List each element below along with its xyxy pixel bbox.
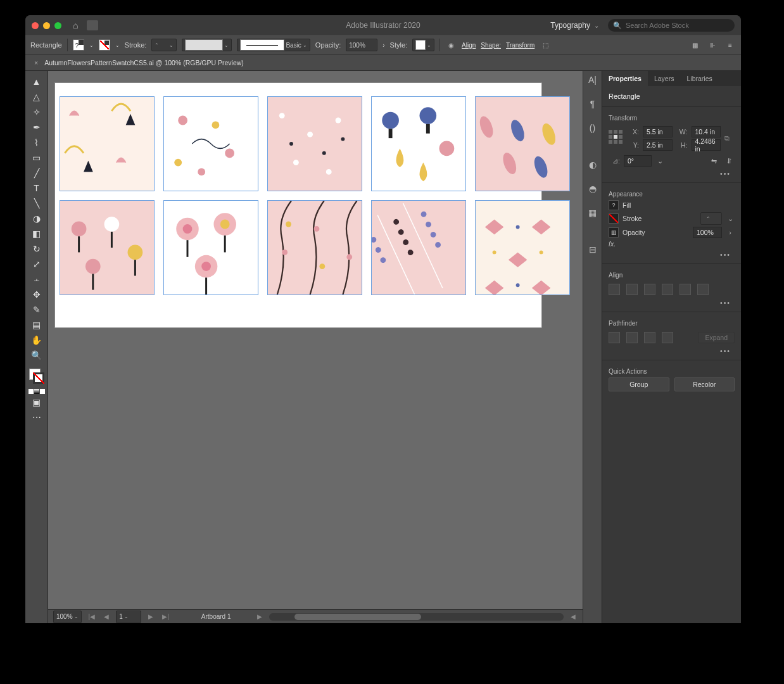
- fill-swatch-panel[interactable]: ?: [609, 200, 619, 210]
- h-input[interactable]: 4.2486 in: [692, 139, 721, 151]
- align-left-icon[interactable]: [609, 284, 620, 295]
- reference-point[interactable]: [609, 124, 624, 149]
- stroke-weight[interactable]: ⌃⌄: [151, 39, 177, 51]
- rotate-tool[interactable]: ↻: [28, 242, 46, 256]
- scroll-right[interactable]: ◀: [569, 613, 578, 620]
- recolor-button[interactable]: Recolor: [674, 377, 735, 391]
- zoom-level[interactable]: 100%⌄: [53, 611, 82, 623]
- align-to-artboard-icon[interactable]: ▦: [689, 39, 700, 51]
- angle-dropdown[interactable]: ⌄: [655, 157, 664, 165]
- pattern-swatch-8[interactable]: [267, 200, 362, 295]
- paragraph-panel-icon[interactable]: ¶: [586, 98, 599, 110]
- home-icon[interactable]: ⌂: [73, 20, 78, 30]
- pattern-swatch-4[interactable]: [371, 96, 466, 191]
- stroke-profile[interactable]: ⌄: [182, 39, 232, 51]
- maximize-window[interactable]: [54, 22, 61, 29]
- glyphs-panel-icon[interactable]: (): [586, 122, 599, 134]
- stroke-swatch-panel[interactable]: [609, 213, 619, 224]
- eraser-tool[interactable]: ◧: [28, 227, 46, 241]
- pattern-swatch-5[interactable]: [475, 96, 570, 191]
- prev-artboard[interactable]: ◀: [102, 613, 111, 620]
- fill-dropdown[interactable]: ⌄: [89, 42, 94, 48]
- eyedropper-tool[interactable]: ✎: [28, 303, 46, 317]
- align-more[interactable]: •••: [609, 298, 735, 308]
- rectangle-tool[interactable]: ▭: [28, 151, 46, 165]
- last-artboard[interactable]: ▶|: [160, 613, 171, 620]
- x-input[interactable]: 5.5 in: [643, 126, 673, 137]
- stroke-color[interactable]: [33, 372, 44, 384]
- distribute-icon[interactable]: ⊪: [707, 39, 718, 51]
- fx-label[interactable]: fx.: [609, 240, 616, 248]
- align-hcenter-icon[interactable]: [626, 284, 638, 295]
- isolate-icon[interactable]: ⬚: [540, 39, 551, 51]
- horizontal-scrollbar[interactable]: [269, 613, 564, 621]
- hand-tool[interactable]: ✋: [28, 333, 46, 347]
- gradient-tool[interactable]: ▤: [28, 318, 46, 332]
- color-guide-panel-icon[interactable]: ◓: [586, 182, 599, 195]
- shape-builder-tool[interactable]: ◑: [28, 212, 46, 225]
- flip-vertical-icon[interactable]: ⥯: [723, 155, 735, 167]
- stroke-dropdown[interactable]: ⌄: [115, 42, 120, 48]
- opacity-swatch[interactable]: ▥: [609, 227, 619, 238]
- scroll-left[interactable]: ▶: [255, 613, 264, 620]
- angle-input[interactable]: 0°: [624, 155, 652, 167]
- paintbrush-tool[interactable]: ╱: [28, 166, 46, 180]
- pattern-swatch-2[interactable]: [163, 96, 258, 191]
- magic-wand-tool[interactable]: ✧: [28, 105, 46, 119]
- scale-tool[interactable]: ⤢: [28, 257, 46, 271]
- zoom-tool[interactable]: 🔍: [28, 348, 46, 362]
- selection-tool[interactable]: ▲: [28, 75, 46, 89]
- swatches-panel-icon[interactable]: ▦: [586, 206, 599, 219]
- type-tool[interactable]: T: [28, 181, 46, 195]
- pathfinder-more[interactable]: •••: [609, 346, 735, 356]
- close-window[interactable]: [32, 22, 39, 29]
- y-input[interactable]: 2.5 in: [643, 139, 673, 151]
- constrain-proportions-icon[interactable]: ⧉: [724, 124, 735, 153]
- minimize-window[interactable]: [43, 22, 50, 29]
- recolor-icon[interactable]: ◉: [445, 39, 457, 51]
- exclude-icon[interactable]: [662, 332, 673, 343]
- stroke-weight-dropdown[interactable]: ⌄: [726, 215, 735, 222]
- brush-definition[interactable]: Basic ⌄: [237, 39, 310, 51]
- graphic-style[interactable]: ⌄: [412, 39, 434, 51]
- align-bottom-icon[interactable]: [697, 284, 709, 295]
- shape-link[interactable]: Shape:: [481, 42, 501, 49]
- character-panel-icon[interactable]: A|: [586, 73, 599, 86]
- appearance-more[interactable]: •••: [609, 250, 735, 260]
- pattern-swatch-3[interactable]: [267, 96, 362, 191]
- direct-selection-tool[interactable]: △: [28, 90, 46, 104]
- tab-libraries[interactable]: Libraries: [680, 71, 718, 86]
- width-tool[interactable]: ⫠: [28, 272, 46, 286]
- stroke-weight-panel[interactable]: ⌃: [700, 212, 722, 225]
- opacity-panel-flyout[interactable]: ›: [726, 229, 735, 236]
- options-icon[interactable]: ≡: [724, 39, 736, 51]
- search-input[interactable]: 🔍 Search Adobe Stock: [608, 19, 735, 32]
- pen-tool[interactable]: ✒: [28, 120, 46, 134]
- align-vcenter-icon[interactable]: [680, 284, 691, 295]
- pattern-swatch-7[interactable]: [163, 200, 258, 295]
- line-tool[interactable]: ╲: [28, 196, 46, 210]
- w-input[interactable]: 10.4 in: [692, 126, 721, 137]
- next-artboard[interactable]: ▶: [146, 613, 155, 620]
- unite-icon[interactable]: [609, 332, 620, 343]
- close-tab-icon[interactable]: ×: [34, 59, 38, 66]
- align-top-icon[interactable]: [662, 284, 673, 295]
- opacity-input-panel[interactable]: 100%: [693, 227, 722, 238]
- minus-front-icon[interactable]: [626, 332, 638, 343]
- intersect-icon[interactable]: [644, 332, 655, 343]
- edit-toolbar[interactable]: ⋯: [28, 410, 46, 424]
- stroke-swatch[interactable]: [99, 39, 110, 51]
- document-tab[interactable]: × AutumnFlowersPatternSwatchCS5.ai @ 100…: [25, 54, 741, 71]
- opacity-flyout[interactable]: ›: [383, 42, 384, 49]
- pattern-swatch-10[interactable]: [475, 200, 570, 295]
- artboard-number[interactable]: 1⌄: [116, 611, 141, 623]
- color-panel-icon[interactable]: ◐: [586, 158, 599, 171]
- opacity-input[interactable]: 100%: [346, 39, 377, 51]
- pattern-swatch-1[interactable]: [60, 96, 155, 191]
- pattern-swatch-6[interactable]: [60, 200, 155, 295]
- workspace-switcher[interactable]: Typography ⌄: [550, 21, 599, 30]
- curvature-tool[interactable]: ⌇: [28, 136, 46, 149]
- screen-mode[interactable]: ▣: [28, 395, 46, 409]
- canvas[interactable]: [48, 71, 583, 609]
- pattern-swatch-9[interactable]: [371, 200, 466, 295]
